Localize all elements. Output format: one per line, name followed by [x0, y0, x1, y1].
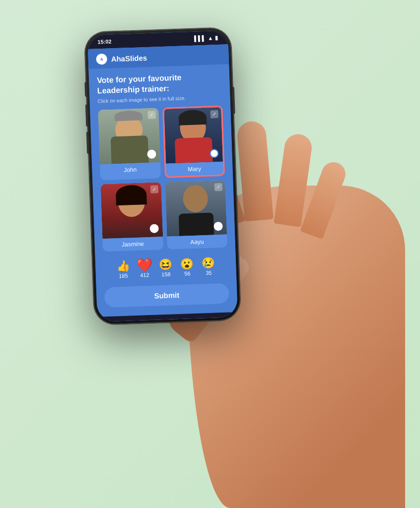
candidate-name-aayu: Aayu [167, 234, 227, 249]
wow-icon: 😮 [180, 258, 194, 270]
reaction-laughing[interactable]: 😆 158 [159, 259, 173, 277]
volume-down-button [86, 131, 89, 154]
candidate-grid: ⤢ John ⤢ [98, 105, 227, 252]
app-content: A AhaSlides Vote for your favourite Lead… [88, 44, 238, 322]
candidate-card-jasmine[interactable]: ⤢ Jasmine [100, 182, 163, 252]
reaction-heart[interactable]: ❤️ 412 [138, 260, 151, 278]
heart-icon: ❤️ [136, 258, 152, 272]
candidate-card-aayu[interactable]: ⤢ Aayu [165, 180, 227, 249]
status-icons: ▌▌▌ ▲ ▮ [194, 34, 218, 42]
wifi-icon: ▲ [208, 35, 213, 41]
expand-icon-mary[interactable]: ⤢ [210, 110, 218, 119]
laughing-icon: 😆 [159, 259, 173, 270]
john-hair [114, 110, 142, 121]
radio-jasmine[interactable] [149, 224, 159, 233]
wow-count: 56 [184, 270, 191, 276]
candidate-card-john[interactable]: ⤢ John [98, 108, 160, 180]
silent-button [84, 82, 87, 97]
app-name: AhaSlides [111, 53, 147, 63]
reaction-sad[interactable]: 😢 35 [202, 257, 215, 276]
phone-screen: 15:02 ▌▌▌ ▲ ▮ A AhaSlides [87, 30, 238, 322]
question-title: Vote for your favourite Leadership train… [97, 71, 222, 96]
radio-aayu[interactable] [213, 221, 223, 231]
radio-mary[interactable] [210, 149, 219, 158]
battery-icon: ▮ [215, 34, 218, 41]
expand-icon-john[interactable]: ⤢ [147, 111, 156, 119]
laughing-count: 158 [161, 271, 171, 277]
reactions-bar: 👍 185 ❤️ 412 😆 158 [103, 253, 229, 283]
volume-up-button [85, 104, 88, 127]
candidate-photo-mary: ⤢ [164, 107, 223, 163]
candidate-name-mary: Mary [166, 161, 223, 176]
candidate-name-john: John [100, 162, 160, 177]
ahaslides-logo-icon: A [96, 54, 107, 65]
reaction-wow[interactable]: 😮 56 [180, 258, 194, 277]
phone-wrapper: 15:02 ▌▌▌ ▲ ▮ A AhaSlides [84, 27, 241, 325]
candidate-photo-john: ⤢ [98, 108, 160, 164]
thumbs-up-icon: 👍 [116, 260, 130, 272]
radio-john[interactable] [147, 149, 156, 159]
sad-count: 35 [206, 269, 212, 275]
sad-icon: 😢 [202, 257, 215, 269]
phone-body: 15:02 ▌▌▌ ▲ ▮ A AhaSlides [84, 27, 241, 325]
thumbs-up-count: 185 [119, 272, 128, 279]
candidate-photo-jasmine: ⤢ [100, 182, 162, 239]
expand-icon-aayu[interactable]: ⤢ [214, 183, 223, 191]
expand-icon-jasmine[interactable]: ⤢ [150, 185, 158, 193]
mary-hair [179, 109, 207, 125]
signal-icon: ▌▌▌ [194, 35, 206, 42]
candidate-name-jasmine: Jasmine [102, 237, 163, 252]
candidate-card-mary[interactable]: ⤢ Mary [162, 105, 225, 178]
power-button [232, 87, 235, 114]
candidate-photo-aayu: ⤢ [165, 180, 227, 236]
main-area: Vote for your favourite Leadership train… [88, 64, 237, 317]
scene: 15:02 ▌▌▌ ▲ ▮ A AhaSlides [0, 0, 420, 508]
submit-button[interactable]: Submit [104, 283, 229, 308]
status-time: 15:02 [97, 38, 112, 45]
reaction-thumbs-up[interactable]: 👍 185 [116, 260, 130, 279]
